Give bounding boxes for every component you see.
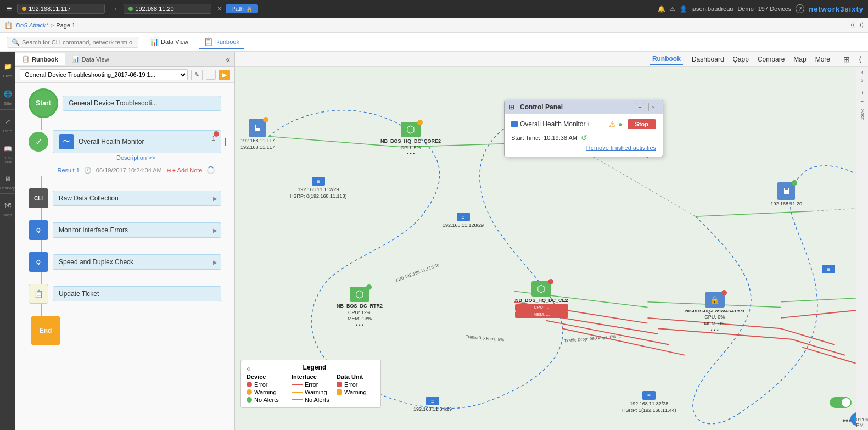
sidebar-icon-runbook[interactable]: 📖 — [0, 142, 15, 156]
cp-body: Overall Health Monitor ℹ ⚠ ● Stop Start … — [505, 114, 663, 157]
device-switch-1[interactable]: ≡ 192.168.11.112/29 HSRP: 0(192.168.11.1… — [290, 177, 347, 199]
orange-action-btn[interactable]: ▶ — [219, 70, 230, 80]
device-cpu-2: CPU: 5% — [380, 145, 441, 152]
pulse-symbol: 〜 — [63, 137, 70, 147]
rs-plus-btn[interactable]: + — [861, 90, 864, 96]
collapse-left-btn[interactable]: ⟨⟨ — [850, 21, 855, 29]
device-dots-7: • • • — [685, 327, 744, 334]
flow-area: Start General Device Troublesooti... ✓ — [15, 83, 234, 430]
device-ip-1: 192.168.11.117 — [240, 138, 275, 144]
path-label: Path — [231, 5, 244, 12]
sidebar-icon-site[interactable]: 🌐 — [0, 87, 15, 101]
toggle-switch[interactable] — [830, 397, 852, 408]
device-192-168-11-20[interactable]: 🖥 192.168.11.20 — [770, 182, 802, 206]
path-button[interactable]: Path 🔒 — [226, 4, 258, 13]
menu-btn[interactable]: ≡ — [206, 70, 216, 80]
start-label: Start — [36, 99, 51, 107]
monitor-label[interactable]: Monitor Interface Errors ▶ — [53, 222, 221, 238]
cp-minimize-btn[interactable]: − — [635, 103, 645, 111]
add-note-btn[interactable]: ⊕ + Add Note — [166, 167, 203, 174]
rs-right-arrow[interactable]: › — [861, 77, 863, 83]
tab-address-2[interactable]: 192.168.11.20 — [124, 4, 211, 14]
tab-runbook[interactable]: 📋 Runbook — [199, 35, 244, 49]
cp-title-text: Control Panel — [520, 103, 631, 111]
help-icon[interactable]: ? — [796, 4, 804, 13]
error-badge-7 — [721, 290, 727, 295]
general-device-label[interactable]: General Device Troublesooti... — [63, 96, 221, 111]
device-dots-5: • • • — [337, 322, 383, 329]
device-icon-container-1: 🖥 — [249, 119, 266, 137]
map-nav-qapp[interactable]: Qapp — [733, 55, 749, 63]
overall-health-label[interactable]: 〜 Overall Health Monitor 1 — [53, 130, 221, 153]
cp-close-btn[interactable]: × — [648, 103, 658, 111]
panel-tabs-bar: 📋 Runbook 📊 Data View « — [15, 52, 234, 67]
expand-right-btn[interactable]: ⟩⟩ — [859, 21, 864, 29]
lock-icon: 🔒 — [246, 6, 253, 12]
device-label-2: NB_BOS_HQ_DC_CORE2 CPU: 5% • • • — [380, 138, 441, 158]
device-cpu-badge-6: CPU: ... — [515, 304, 568, 311]
nav-forward-arrow[interactable]: → — [108, 3, 120, 14]
legend-interface-ok: No Alerts — [292, 397, 330, 403]
zoom-level: 150% — [860, 109, 865, 120]
tab-close-icon[interactable]: ✕ — [217, 5, 222, 13]
panel-runbook-icon: 📋 — [22, 55, 30, 63]
device-label-6: NB_BOS_HQ_DC_CE2 CPU: ... MEM: ... — [515, 298, 568, 318]
alert-icon[interactable]: ⚠ — [670, 5, 675, 13]
edit-btn[interactable]: ✎ — [191, 70, 203, 80]
cp-refresh-icon[interactable]: ↺ — [581, 133, 587, 142]
device-switch-tr[interactable]: ≡ — [822, 265, 835, 273]
map-nav-runbook[interactable]: Runbook — [650, 54, 683, 65]
device-192-168-11-117[interactable]: 🖥 192.168.11.117 192.168.11.117 — [240, 119, 275, 150]
device-switch-3[interactable]: ≡ 192.168.11.64/29 — [413, 397, 452, 412]
rs-left-arrow[interactable]: ‹ — [861, 69, 863, 75]
cp-stop-btn[interactable]: Stop — [628, 119, 656, 129]
ticket-label[interactable]: Update Ticket — [53, 286, 221, 301]
search-input[interactable] — [22, 39, 132, 46]
device-nb-bos-hq-dc-core2[interactable]: ⬡ NB_BOS_HQ_DC_CORE2 CPU: 5% • • • — [380, 122, 441, 158]
sidebar-icon-map[interactable]: 🗺 — [0, 198, 15, 213]
runbook-select[interactable]: General Device Troubleshooting_2017-06-1… — [20, 69, 188, 80]
sidebar-icon-path[interactable]: ↗ — [0, 114, 15, 129]
panel-collapse-btn[interactable]: « — [221, 53, 234, 66]
legend-warn-label-3: Warning — [344, 389, 367, 395]
cp-remove-link[interactable]: Remove finished activities — [511, 144, 656, 151]
sidebar-icon-desktop[interactable]: 🖥 — [0, 172, 15, 186]
map-nav-map[interactable]: Map — [793, 55, 806, 63]
rs-minus-btn[interactable]: − — [861, 98, 864, 104]
menu-icon[interactable]: ≡ — [4, 2, 14, 16]
device-nb-bos-hq-dc-ce2[interactable]: ⬡ NB_BOS_HQ_DC_CE2 CPU: ... MEM: ... — [515, 281, 568, 318]
dos-attack-label[interactable]: DoS Attack* — [16, 22, 48, 29]
tab-data-view[interactable]: 📊 Data View — [145, 35, 193, 49]
result-label[interactable]: Result 1 — [58, 167, 80, 174]
ok-badge-10 — [792, 180, 797, 186]
search-box[interactable]: 🔍 — [7, 37, 138, 48]
device-nb-bos-dc-rtr2[interactable]: ⬡ NB_BOS_DC_RTR2 CPU: 12% MEM: 13% • • • — [337, 287, 383, 329]
description-link[interactable]: Description >> — [89, 153, 161, 164]
cp-warn-icon: ⚠ — [609, 120, 616, 129]
legend-collapse-btn[interactable]: « — [247, 364, 251, 373]
map-nav-compare[interactable]: Compare — [758, 55, 785, 63]
panel-tab-runbook[interactable]: 📋 Runbook — [15, 53, 65, 65]
panel-tab-dataview[interactable]: 📊 Data View — [65, 53, 116, 65]
sidebar-icon-files[interactable]: 📁 — [0, 59, 15, 74]
tab-address-1[interactable]: 192.168.11.117 — [17, 4, 105, 14]
flow-end-btn[interactable]: End — [31, 316, 60, 345]
map-grid-icon[interactable]: ⊞ — [843, 55, 850, 64]
cp-info-icon[interactable]: ℹ — [587, 121, 590, 128]
map-nav-more[interactable]: More — [815, 55, 830, 63]
switch-hsrp-4: HSRP: 1(192.168.11.44) — [622, 407, 676, 414]
device-switch-4[interactable]: ≡ 192.168.11.32/28 HSRP: 1(192.168.11.44… — [622, 391, 676, 414]
map-nav-dashboard[interactable]: Dashboard — [692, 55, 724, 63]
switch-symbol-1: ≡ — [317, 178, 320, 185]
tab2-ip: 192.168.11.20 — [135, 5, 173, 12]
top-bar: ≡ 192.168.11.117 → 192.168.11.20 ✕ Path … — [0, 0, 868, 18]
device-switch-2[interactable]: ≡ 192.168.11.128/29 — [443, 213, 484, 228]
raw-data-label[interactable]: Raw Data Collection ▶ — [53, 191, 221, 206]
map-collapse-icon[interactable]: ⟨ — [859, 55, 861, 64]
bell-icon[interactable]: 🔔 — [658, 5, 665, 13]
speed-label[interactable]: Speed and Duplex Check ▶ — [53, 254, 221, 270]
connector-4 — [41, 240, 42, 252]
flow-start-row: Start General Device Troublesooti... — [26, 88, 223, 118]
device-nb-bos-hq-fw1[interactable]: 🔒 NB-BOS-HQ-FW1/vASA1/act CPU: 0% MEM: 0… — [685, 292, 744, 333]
flow-start-btn[interactable]: Start — [29, 88, 58, 118]
